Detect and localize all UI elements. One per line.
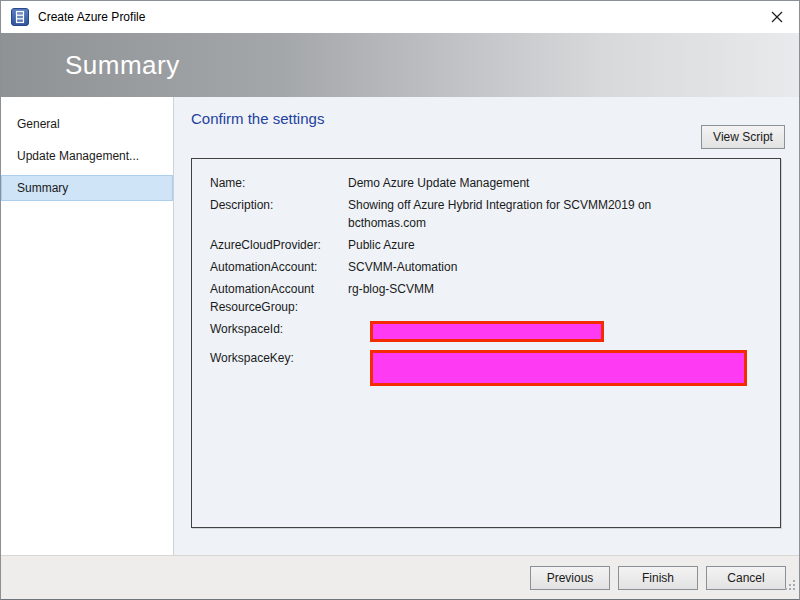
cancel-button[interactable]: Cancel: [706, 566, 786, 590]
settings-row-name: Name: Demo Azure Update Management: [210, 174, 766, 192]
setting-value: [348, 349, 730, 386]
title-bar: Create Azure Profile: [1, 1, 799, 33]
create-azure-profile-dialog: Create Azure Profile Summary General Upd…: [0, 0, 800, 600]
setting-label: WorkspaceKey:: [210, 349, 348, 386]
sidebar-item-general[interactable]: General: [1, 111, 173, 137]
close-icon[interactable]: [767, 7, 787, 27]
previous-button[interactable]: Previous: [530, 566, 610, 590]
setting-label: AzureCloudProvider:: [210, 236, 348, 254]
settings-row-azure-cloud-provider: AzureCloudProvider: Public Azure: [210, 236, 766, 254]
finish-button[interactable]: Finish: [618, 566, 698, 590]
dialog-footer: Previous Finish Cancel: [1, 555, 799, 599]
workspace-key-redaction-box: [370, 350, 747, 386]
setting-label: AutomationAccount:: [210, 258, 348, 276]
setting-label: AutomationAccount ResourceGroup:: [210, 280, 348, 316]
settings-row-description: Description: Showing off Azure Hybrid In…: [210, 196, 766, 232]
setting-value: Public Azure: [348, 236, 415, 254]
setting-value: [348, 320, 604, 342]
confirm-settings-heading: Confirm the settings: [191, 110, 324, 127]
page-title: Summary: [65, 50, 180, 81]
setting-value: rg-blog-SCVMM: [348, 280, 434, 316]
setting-label: WorkspaceId:: [210, 320, 348, 342]
settings-row-resource-group: AutomationAccount ResourceGroup: rg-blog…: [210, 280, 766, 316]
resize-grip[interactable]: [783, 578, 796, 596]
setting-label: Description:: [210, 196, 348, 232]
settings-summary-box: Name: Demo Azure Update Management Descr…: [191, 158, 781, 528]
setting-label: Name:: [210, 174, 348, 192]
settings-row-automation-account: AutomationAccount: SCVMM-Automation: [210, 258, 766, 276]
wizard-sidebar: General Update Management... Summary: [1, 97, 174, 555]
profile-icon: [11, 8, 29, 26]
wizard-header-band: Summary: [1, 33, 799, 97]
settings-row-workspace-key: WorkspaceKey:: [210, 349, 766, 386]
settings-row-workspace-id: WorkspaceId:: [210, 320, 766, 342]
sidebar-item-update-management[interactable]: Update Management...: [1, 143, 173, 169]
setting-value: Showing off Azure Hybrid Integration for…: [348, 196, 730, 232]
setting-value: Demo Azure Update Management: [348, 174, 529, 192]
sidebar-item-summary[interactable]: Summary: [1, 175, 173, 201]
view-script-button[interactable]: View Script: [701, 125, 785, 149]
setting-value: SCVMM-Automation: [348, 258, 457, 276]
dialog-body: General Update Management... Summary Con…: [1, 97, 799, 555]
summary-content-panel: Confirm the settings View Script Name: D…: [174, 97, 799, 555]
window-title: Create Azure Profile: [38, 10, 145, 24]
workspace-id-redaction-box: [370, 321, 604, 342]
